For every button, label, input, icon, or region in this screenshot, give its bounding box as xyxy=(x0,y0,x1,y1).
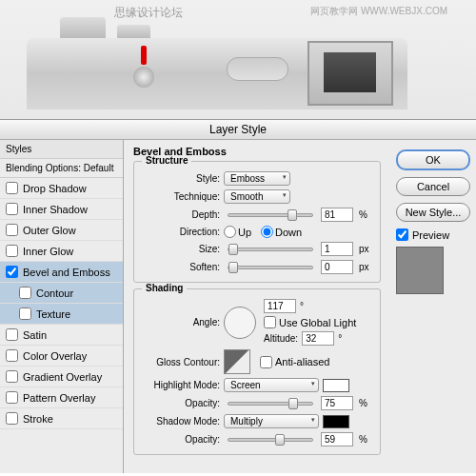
style-checkbox[interactable] xyxy=(6,370,18,383)
shadow-color-swatch[interactable] xyxy=(323,415,349,428)
style-item-label: Color Overlay xyxy=(23,350,87,362)
soften-input[interactable] xyxy=(321,260,353,274)
gloss-contour-label: Gloss Contour: xyxy=(142,357,220,367)
watermark-text-1: 思缘设计论坛 xyxy=(114,5,183,21)
soften-unit: px xyxy=(359,262,372,272)
layer-style-dialog: Layer Style Styles Blending Options: Def… xyxy=(0,119,476,473)
technique-label: Technique: xyxy=(142,191,220,202)
highlight-mode-label: Highlight Mode: xyxy=(142,380,220,390)
style-item-pattern-overlay[interactable]: Pattern Overlay xyxy=(0,387,123,408)
blending-options-row[interactable]: Blending Options: Default xyxy=(0,159,123,178)
global-light-checkbox[interactable]: Use Global Light xyxy=(264,316,356,328)
altitude-label: Altitude: xyxy=(264,333,298,344)
style-item-color-overlay[interactable]: Color Overlay xyxy=(0,346,123,367)
style-item-label: Gradient Overlay xyxy=(23,371,102,383)
anti-aliased-checkbox[interactable]: Anti-aliased xyxy=(260,356,329,368)
hl-opacity-label: Opacity: xyxy=(142,398,220,408)
direction-down-radio[interactable]: Down xyxy=(261,226,302,238)
hl-opacity-input[interactable] xyxy=(321,396,353,410)
angle-label: Angle: xyxy=(142,317,220,327)
new-style-button[interactable]: New Style... xyxy=(396,203,470,222)
style-item-label: Inner Glow xyxy=(23,246,73,257)
size-label: Size: xyxy=(142,244,220,254)
preview-checkbox[interactable]: Preview xyxy=(396,228,470,241)
technique-dropdown[interactable]: Smooth xyxy=(224,189,290,204)
style-checkbox[interactable] xyxy=(19,287,31,299)
style-checkbox[interactable] xyxy=(6,328,18,341)
direction-label: Direction: xyxy=(142,227,220,237)
style-item-label: Texture xyxy=(36,308,70,320)
structure-label: Structure xyxy=(142,155,191,166)
shadow-mode-label: Shadow Mode: xyxy=(142,416,220,426)
styles-header[interactable]: Styles xyxy=(0,140,123,159)
depth-slider[interactable] xyxy=(228,213,313,217)
style-item-label: Drop Shadow xyxy=(23,183,87,194)
style-checkbox[interactable] xyxy=(6,182,18,194)
soften-slider[interactable] xyxy=(228,266,313,269)
direction-up-radio[interactable]: Up xyxy=(224,226,251,238)
depth-label: Depth: xyxy=(142,209,220,220)
style-dropdown[interactable]: Emboss xyxy=(224,171,290,186)
styles-list: Styles Blending Options: Default Drop Sh… xyxy=(0,140,124,473)
highlight-mode-dropdown[interactable]: Screen xyxy=(224,378,319,392)
style-item-drop-shadow[interactable]: Drop Shadow xyxy=(0,178,123,199)
ok-button[interactable]: OK xyxy=(396,149,470,170)
style-checkbox[interactable] xyxy=(6,412,18,425)
style-item-texture[interactable]: Texture xyxy=(0,304,123,325)
style-checkbox[interactable] xyxy=(6,266,18,278)
camera-illustration xyxy=(27,38,407,109)
angle-dial[interactable] xyxy=(224,307,256,339)
shadow-mode-dropdown[interactable]: Multiply xyxy=(224,414,319,428)
depth-unit: % xyxy=(359,209,372,220)
size-slider[interactable] xyxy=(228,248,313,251)
hl-opacity-slider[interactable] xyxy=(228,402,313,406)
style-checkbox[interactable] xyxy=(6,224,18,236)
preview-thumbnail xyxy=(396,247,444,294)
settings-panel: Bevel and Emboss Structure Style: Emboss… xyxy=(124,140,390,473)
style-label: Style: xyxy=(142,173,220,184)
style-item-inner-glow[interactable]: Inner Glow xyxy=(0,241,123,262)
style-item-label: Bevel and Emboss xyxy=(23,267,110,278)
style-item-inner-shadow[interactable]: Inner Shadow xyxy=(0,199,123,220)
cancel-button[interactable]: Cancel xyxy=(396,177,470,196)
sh-opacity-slider[interactable] xyxy=(228,438,313,442)
angle-input[interactable] xyxy=(264,299,296,313)
style-checkbox[interactable] xyxy=(6,245,18,257)
soften-label: Soften: xyxy=(142,262,220,272)
example-image: 思缘设计论坛 网页教学网 WWW.WEBJX.COM xyxy=(0,0,476,119)
dialog-title: Layer Style xyxy=(0,120,476,140)
sh-opacity-label: Opacity: xyxy=(142,434,220,445)
style-checkbox[interactable] xyxy=(6,349,18,362)
style-checkbox[interactable] xyxy=(6,203,18,215)
buttons-panel: OK Cancel New Style... Preview xyxy=(390,140,476,473)
size-input[interactable] xyxy=(321,242,353,256)
altitude-input[interactable] xyxy=(302,331,334,346)
depth-input[interactable] xyxy=(321,208,353,222)
watermark-text-2: 网页教学网 WWW.WEBJX.COM xyxy=(310,5,447,18)
shading-group: Shading Angle: ° Use Global Light Altitu… xyxy=(133,288,381,455)
style-item-label: Inner Shadow xyxy=(23,204,88,215)
style-item-label: Satin xyxy=(23,329,47,341)
style-item-label: Outer Glow xyxy=(23,225,76,236)
shading-label: Shading xyxy=(142,283,187,293)
highlight-color-swatch[interactable] xyxy=(323,379,349,392)
style-item-label: Contour xyxy=(36,288,73,299)
style-item-outer-glow[interactable]: Outer Glow xyxy=(0,220,123,241)
style-item-stroke[interactable]: Stroke xyxy=(0,408,123,429)
sh-opacity-input[interactable] xyxy=(321,432,353,446)
gloss-contour-picker[interactable] xyxy=(224,349,250,374)
style-item-bevel-and-emboss[interactable]: Bevel and Emboss xyxy=(0,262,123,283)
style-checkbox[interactable] xyxy=(19,307,31,320)
structure-group: Structure Style: Emboss Technique: Smoot… xyxy=(133,161,381,283)
size-unit: px xyxy=(359,244,372,254)
style-checkbox[interactable] xyxy=(6,391,18,404)
style-item-label: Pattern Overlay xyxy=(23,392,95,404)
style-item-gradient-overlay[interactable]: Gradient Overlay xyxy=(0,367,123,387)
style-item-label: Stroke xyxy=(23,413,53,425)
style-item-satin[interactable]: Satin xyxy=(0,325,123,346)
style-item-contour[interactable]: Contour xyxy=(0,283,123,304)
